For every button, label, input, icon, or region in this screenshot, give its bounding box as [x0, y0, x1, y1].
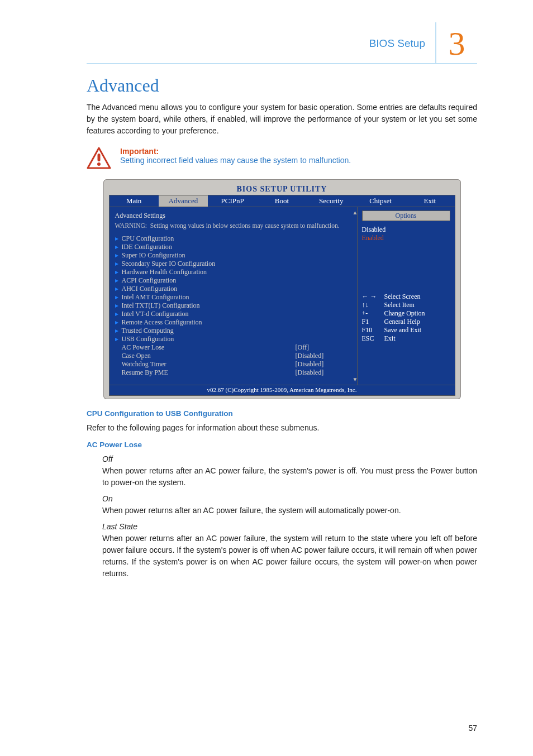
bios-tab-advanced[interactable]: Advanced [159, 195, 208, 207]
bios-option-enabled[interactable]: Enabled [362, 234, 450, 242]
bios-help-row: ↑↓Select Item [362, 301, 450, 309]
bios-item-label: CPU Configuration [122, 235, 351, 243]
section-heading-cpu-usb: CPU Configuration to USB Configuration [87, 409, 477, 418]
option-on-text: When power returns after an AC power fai… [102, 505, 477, 516]
bios-item-value: [Disabled] [296, 352, 351, 360]
bios-tab-chipset[interactable]: Chipset [356, 195, 405, 207]
bios-help-label: Select Screen [384, 293, 421, 301]
bios-item-label: Super IO Configuration [122, 251, 351, 260]
bios-tab-main[interactable]: Main [110, 195, 159, 207]
bios-main-panel: ▲ ▼ Advanced Settings WARNING: Setting w… [110, 207, 357, 385]
bios-item[interactable]: Resume By PME[Disabled] [115, 369, 351, 377]
bios-item[interactable]: ▸Intel TXT(LT) Configuration [115, 302, 351, 310]
bios-item[interactable]: ▸Super IO Configuration [115, 251, 351, 260]
section-text: Refer to the following pages for informa… [87, 422, 477, 434]
submenu-arrow-icon: ▸ [115, 335, 122, 343]
bios-item[interactable]: Watchdog Timer[Disabled] [115, 360, 351, 369]
bios-item[interactable]: ▸CPU Configuration [115, 235, 351, 243]
bios-item[interactable]: ▸Remote Access Configuration [115, 318, 351, 327]
bios-side-panel: Options Disabled Enabled ← →Select Scree… [357, 207, 455, 385]
scroll-down-icon[interactable]: ▼ [353, 376, 358, 382]
option-laststate-label: Last State [102, 521, 477, 533]
bios-item-label: Intel AMT Configuration [122, 293, 351, 302]
bios-item[interactable]: ▸IDE Configuration [115, 243, 351, 251]
bios-help-key: ESC [362, 334, 384, 343]
bios-help-row: ← →Select Screen [362, 293, 450, 301]
bios-option-disabled[interactable]: Disabled [362, 226, 450, 234]
bios-item[interactable]: AC Power Lose[Off] [115, 343, 351, 352]
breadcrumb: BIOS Setup [87, 37, 435, 50]
submenu-arrow-icon: ▸ [115, 243, 122, 251]
important-text: Setting incorrect field values may cause… [120, 156, 351, 165]
submenu-arrow-icon: ▸ [115, 327, 122, 335]
bios-tab-pcipnp[interactable]: PCIPnP [208, 195, 257, 207]
bios-help-label: General Help [384, 318, 420, 326]
bios-item-label: AC Power Lose [115, 343, 296, 352]
bios-item-label: Intel TXT(LT) Configuration [122, 302, 351, 310]
bios-item-label: Secondary Super IO Configuration [122, 260, 351, 268]
bios-tabs: Main Advanced PCIPnP Boot Security Chips… [109, 195, 455, 207]
submenu-arrow-icon: ▸ [115, 260, 122, 268]
bios-item[interactable]: ▸Hardware Health Configuration [115, 268, 351, 276]
bios-item[interactable]: ▸Secondary Super IO Configuration [115, 260, 351, 268]
submenu-arrow-icon: ▸ [115, 235, 122, 243]
section-heading-acpowerlose: AC Power Lose [87, 441, 477, 449]
chapter-number: 3 [449, 27, 465, 60]
bios-help-key: F1 [362, 318, 384, 326]
option-laststate-text: When power returns after an AC power fai… [102, 533, 477, 580]
submenu-arrow-icon: ▸ [115, 302, 122, 310]
bios-item[interactable]: ▸Intel VT-d Configuration [115, 310, 351, 318]
option-off-label: Off [102, 453, 477, 465]
page-title: Advanced [87, 75, 477, 96]
bios-item-label: ACPI Configuration [122, 276, 351, 285]
bios-help-label: Exit [384, 334, 396, 343]
bios-item-label: Hardware Health Configuration [122, 268, 351, 276]
submenu-arrow-icon: ▸ [115, 318, 122, 327]
submenu-arrow-icon: ▸ [115, 293, 122, 302]
submenu-arrow-icon: ▸ [115, 276, 122, 285]
bios-tab-exit[interactable]: Exit [405, 195, 454, 207]
bios-item-label: Watchdog Timer [115, 360, 296, 369]
bios-help-row: +-Change Option [362, 309, 450, 318]
bios-item-label: USB Configuration [122, 335, 351, 343]
bios-screenshot: BIOS SETUP UTILITY Main Advanced PCIPnP … [103, 179, 461, 399]
svg-point-2 [97, 162, 101, 166]
bios-help-row: F10Save and Exit [362, 326, 450, 334]
bios-item-label: AHCI Configuration [122, 285, 351, 293]
bios-item-label: IDE Configuration [122, 243, 351, 251]
warning-icon [87, 147, 111, 169]
bios-help-key: +- [362, 309, 384, 318]
bios-help-label: Select Item [384, 301, 415, 309]
bios-item[interactable]: ▸ACPI Configuration [115, 276, 351, 285]
bios-help-key: ↑↓ [362, 301, 384, 309]
scroll-up-icon[interactable]: ▲ [353, 209, 358, 216]
svg-rect-1 [98, 154, 101, 161]
bios-item-label: Remote Access Configuration [122, 318, 351, 327]
bios-help-row: F1General Help [362, 318, 450, 326]
chapter-box: 3 [435, 22, 477, 64]
bios-help-label: Change Option [384, 309, 425, 318]
option-off-text: When power returns after an AC power fai… [102, 465, 477, 489]
submenu-arrow-icon: ▸ [115, 251, 122, 260]
bios-item[interactable]: ▸USB Configuration [115, 335, 351, 343]
bios-panel-heading: Advanced Settings [115, 212, 351, 220]
bios-title: BIOS SETUP UTILITY [109, 185, 455, 194]
bios-help-key: F10 [362, 326, 384, 334]
intro-text: The Advanced menu allows you to configur… [87, 102, 477, 137]
bios-tab-boot[interactable]: Boot [257, 195, 306, 207]
submenu-arrow-icon: ▸ [115, 285, 122, 293]
bios-item-value: [Disabled] [296, 360, 351, 369]
option-on-label: On [102, 493, 477, 505]
bios-item-label: Intel VT-d Configuration [122, 310, 351, 318]
bios-item[interactable]: ▸Trusted Computing [115, 327, 351, 335]
bios-tab-security[interactable]: Security [307, 195, 356, 207]
bios-item-value: [Disabled] [296, 369, 351, 377]
bios-help-row: ESCExit [362, 334, 450, 343]
bios-item[interactable]: ▸AHCI Configuration [115, 285, 351, 293]
divider [87, 63, 477, 64]
bios-item[interactable]: Case Open[Disabled] [115, 352, 351, 360]
bios-item[interactable]: ▸Intel AMT Configuration [115, 293, 351, 302]
page-number: 57 [468, 724, 477, 733]
bios-help-label: Save and Exit [384, 326, 422, 334]
submenu-arrow-icon: ▸ [115, 310, 122, 318]
